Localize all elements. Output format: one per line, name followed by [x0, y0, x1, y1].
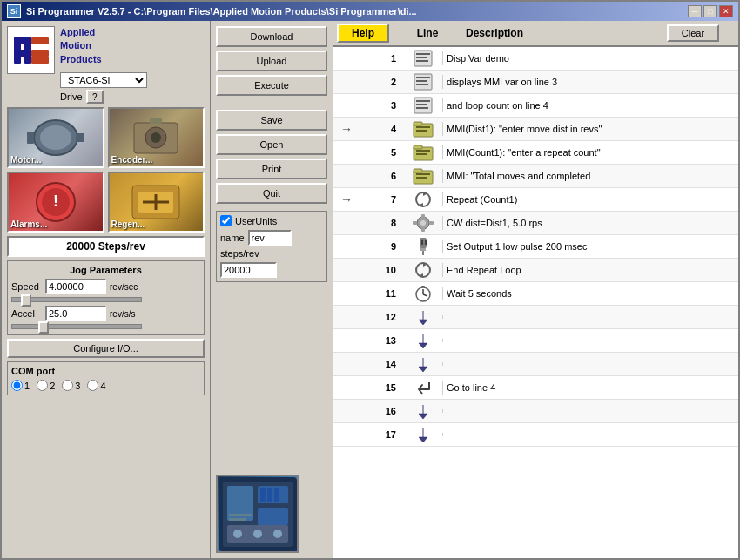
table-row[interactable]: →7Repeat (Count1) [333, 188, 738, 212]
svg-rect-46 [416, 100, 430, 102]
row-icon [403, 71, 442, 93]
com-port-1[interactable]: 1 [11, 380, 30, 391]
quit-button[interactable]: Quit [216, 183, 327, 204]
row-icon [403, 376, 442, 399]
speed-slider[interactable] [11, 297, 142, 302]
table-row[interactable]: 8CW dist=Dist1, 5.0 rps [333, 212, 738, 235]
jog-accel-input[interactable] [45, 306, 106, 321]
save-button[interactable]: Save [216, 110, 327, 131]
alarms-label: Alarms... [10, 219, 47, 229]
row-description: CW dist=Dist1, 5.0 rps [442, 216, 738, 230]
download-button[interactable]: Download [216, 26, 327, 47]
alarms-thumbnail[interactable]: ! Alarms... [7, 172, 104, 233]
user-units-section: UserUnits name steps/rev [216, 211, 327, 282]
steps-display: 20000 Steps/rev [7, 236, 205, 257]
speed-slider-thumb[interactable] [21, 294, 31, 307]
row-line-number: 10 [360, 263, 403, 277]
row-description [442, 362, 738, 366]
com-port-4[interactable]: 4 [87, 380, 105, 391]
com-port-3[interactable]: 3 [62, 380, 80, 391]
open-button[interactable]: Open [216, 134, 327, 155]
table-row[interactable]: 10End Repeat Loop [333, 259, 738, 282]
row-line-number: 17 [360, 428, 403, 442]
row-arrow [333, 57, 360, 60]
regen-thumbnail[interactable]: Regen... [108, 172, 205, 233]
upload-button[interactable]: Upload [216, 51, 327, 71]
middle-panel: Download Upload Execute Save Open Print … [211, 21, 333, 558]
left-panel: Applied Motion Products STAC6-Si Drive ? [2, 21, 211, 558]
svg-rect-33 [267, 488, 272, 502]
row-arrow [333, 409, 360, 413]
jog-section: Jog Parameters Speed rev/sec Accel rev/s… [7, 260, 205, 335]
row-arrow [333, 174, 360, 178]
svg-rect-34 [274, 488, 279, 502]
svg-marker-80 [419, 358, 427, 372]
row-line-number: 9 [360, 240, 403, 253]
svg-rect-27 [258, 508, 288, 525]
print-button[interactable]: Print [216, 159, 327, 179]
row-description: MMI(Count1): "enter a repeat count" [442, 145, 738, 159]
description-header: Description [466, 27, 663, 39]
row-description: Disp Var demo [442, 51, 738, 65]
encoder-thumbnail[interactable]: Encoder... [108, 107, 205, 168]
table-row[interactable]: 2displays MMI var on line 3 [333, 71, 738, 94]
com-port-section: COM port 1 2 3 4 [7, 361, 205, 395]
svg-point-9 [40, 125, 71, 150]
help-button[interactable]: Help [337, 24, 389, 43]
svg-rect-66 [413, 221, 417, 225]
table-row[interactable]: 12 [333, 306, 738, 329]
table-row[interactable]: 14 [333, 353, 738, 376]
drive-question-button[interactable]: ? [86, 90, 104, 104]
row-icon [403, 47, 442, 70]
svg-rect-60 [416, 177, 427, 179]
user-units-checkbox[interactable] [220, 215, 232, 226]
table-row[interactable]: 9Set Output 1 low pulse 200 msec [333, 235, 738, 259]
drive-select[interactable]: STAC6-Si [60, 72, 147, 88]
com-port-2[interactable]: 2 [37, 380, 55, 391]
table-row[interactable]: 1Disp Var demo [333, 47, 738, 71]
close-button[interactable]: ✕ [719, 5, 733, 17]
motor-thumbnail[interactable]: Motor... [7, 107, 104, 168]
svg-rect-10 [76, 133, 84, 142]
table-row[interactable]: 11Wait 5 seconds [333, 282, 738, 306]
svg-rect-47 [416, 104, 427, 105]
uu-steps-input[interactable] [220, 262, 277, 278]
row-arrow [333, 433, 360, 436]
table-row[interactable]: 17 [333, 423, 738, 447]
table-row[interactable]: →4MMI(Dist1): "enter move dist in revs" [333, 118, 738, 141]
table-row[interactable]: 13 [333, 329, 738, 353]
table-row[interactable]: 15Go to line 4 [333, 376, 738, 400]
thumbnails-grid: Motor... Encoder... [7, 107, 205, 233]
row-icon [403, 353, 442, 375]
table-row[interactable]: 6MMI: "Total moves and completed [333, 165, 738, 188]
execute-button[interactable]: Execute [216, 75, 327, 96]
table-row[interactable]: 3and loop count on line 4 [333, 94, 738, 118]
table-row[interactable]: 16 [333, 400, 738, 423]
row-arrow: → [333, 120, 360, 138]
jog-speed-input[interactable] [45, 279, 106, 294]
jog-title: Jog Parameters [11, 265, 200, 275]
uu-name-input[interactable] [248, 230, 292, 246]
configure-io-button[interactable]: Configure I/O... [7, 339, 205, 358]
svg-point-31 [273, 530, 282, 538]
svg-text:!: ! [53, 192, 58, 210]
svg-rect-7 [31, 57, 49, 64]
row-description [442, 339, 738, 342]
svg-rect-3 [14, 50, 26, 57]
minimize-button[interactable]: ─ [688, 5, 702, 17]
row-line-number: 11 [360, 287, 403, 300]
row-description: Wait 5 seconds [442, 287, 738, 300]
table-row[interactable]: 5MMI(Count1): "enter a repeat count" [333, 141, 738, 165]
accel-slider-thumb[interactable] [38, 321, 49, 334]
clear-button[interactable]: Clear [667, 24, 719, 42]
svg-rect-39 [416, 57, 427, 58]
svg-rect-59 [416, 173, 430, 175]
line-header: Line [393, 27, 462, 39]
accel-slider[interactable] [11, 324, 142, 329]
svg-rect-32 [260, 488, 266, 502]
window-controls[interactable]: ─ □ ✕ [688, 5, 733, 17]
svg-rect-54 [414, 145, 422, 149]
maximize-button[interactable]: □ [703, 5, 717, 17]
row-description [442, 409, 738, 413]
row-icon [403, 306, 442, 328]
